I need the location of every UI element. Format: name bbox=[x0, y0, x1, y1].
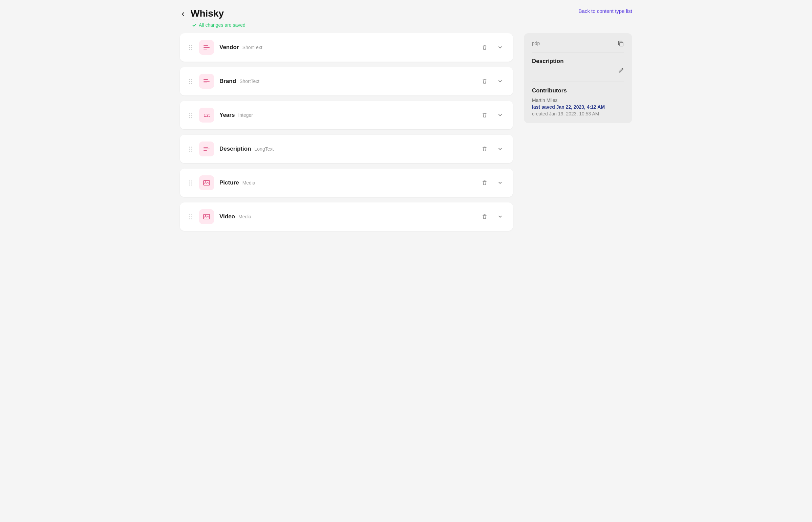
field-info: Vendor ShortText bbox=[219, 44, 474, 51]
field-card: Picture Media bbox=[180, 168, 513, 197]
field-card: Brand ShortText bbox=[180, 67, 513, 96]
field-info: Picture Media bbox=[219, 179, 474, 186]
sidebar: pdp Description bbox=[524, 33, 632, 231]
saved-text: All changes are saved bbox=[199, 22, 245, 28]
field-type: ShortText bbox=[239, 79, 259, 84]
field-card: Video Media bbox=[180, 202, 513, 231]
expand-field-button[interactable] bbox=[495, 43, 505, 52]
field-icon bbox=[199, 74, 214, 89]
field-type: Media bbox=[238, 214, 251, 219]
edit-description-button[interactable] bbox=[618, 67, 624, 74]
top-left: Whisky All changes are saved bbox=[180, 8, 245, 28]
description-label: Description bbox=[532, 58, 624, 65]
field-info: Video Media bbox=[219, 213, 474, 220]
checkmark-icon bbox=[192, 23, 197, 27]
field-icon bbox=[199, 209, 214, 224]
field-card: 123 Years Integer bbox=[180, 101, 513, 129]
field-type: LongText bbox=[255, 146, 274, 152]
field-type: Integer bbox=[238, 113, 253, 118]
divider-1 bbox=[532, 52, 624, 53]
drag-handle[interactable] bbox=[188, 213, 194, 221]
last-saved: last saved Jan 22, 2023, 4:12 AM bbox=[532, 104, 624, 110]
drag-handle[interactable] bbox=[188, 78, 194, 85]
svg-rect-5 bbox=[620, 42, 623, 46]
field-name: Description bbox=[219, 145, 251, 152]
svg-point-2 bbox=[205, 181, 206, 182]
delete-field-button[interactable] bbox=[479, 143, 490, 154]
drag-handle[interactable] bbox=[188, 112, 194, 119]
divider-2 bbox=[532, 82, 624, 82]
top-bar: Whisky All changes are saved Back to con… bbox=[180, 8, 632, 28]
sidebar-header: pdp bbox=[532, 40, 624, 47]
description-section: Description bbox=[532, 58, 624, 74]
created-date: created Jan 19, 2023, 10:53 AM bbox=[532, 111, 624, 117]
drag-handle[interactable] bbox=[188, 145, 194, 153]
field-actions bbox=[479, 211, 505, 222]
delete-field-button[interactable] bbox=[479, 211, 490, 222]
copy-button[interactable] bbox=[617, 40, 624, 47]
drag-handle[interactable] bbox=[188, 44, 194, 52]
svg-text:123: 123 bbox=[203, 113, 210, 118]
contributor-name: Martin Miles bbox=[532, 98, 624, 103]
main-content: Vendor ShortText bbox=[180, 33, 632, 231]
expand-field-button[interactable] bbox=[495, 178, 505, 187]
saved-indicator: All changes are saved bbox=[192, 22, 245, 28]
field-actions bbox=[479, 42, 505, 53]
field-card: Description LongText bbox=[180, 135, 513, 163]
field-icon bbox=[199, 175, 214, 190]
delete-field-button[interactable] bbox=[479, 42, 490, 53]
field-name: Years bbox=[219, 112, 235, 119]
field-name: Video bbox=[219, 213, 235, 220]
field-type: Media bbox=[242, 180, 255, 185]
expand-field-button[interactable] bbox=[495, 77, 505, 86]
expand-field-button[interactable] bbox=[495, 144, 505, 154]
svg-point-4 bbox=[205, 215, 206, 216]
expand-field-button[interactable] bbox=[495, 111, 505, 120]
field-name: Picture bbox=[219, 179, 239, 186]
field-info: Years Integer bbox=[219, 112, 474, 119]
field-icon bbox=[199, 141, 214, 156]
back-to-list-link[interactable]: Back to content type list bbox=[579, 8, 632, 14]
delete-field-button[interactable] bbox=[479, 177, 490, 188]
sidebar-panel: pdp Description bbox=[524, 33, 632, 123]
field-icon bbox=[199, 40, 214, 55]
field-info: Brand ShortText bbox=[219, 78, 474, 85]
contributors-section: Contributors Martin Miles last saved Jan… bbox=[532, 87, 624, 117]
fields-list: Vendor ShortText bbox=[180, 33, 513, 231]
back-arrow-button[interactable] bbox=[180, 11, 186, 18]
delete-field-button[interactable] bbox=[479, 76, 490, 87]
title-row: Whisky bbox=[180, 8, 245, 20]
field-actions bbox=[479, 76, 505, 87]
field-name: Vendor bbox=[219, 44, 239, 51]
field-icon: 123 bbox=[199, 108, 214, 123]
page-title: Whisky bbox=[191, 8, 224, 20]
field-actions bbox=[479, 143, 505, 154]
api-id-label: pdp bbox=[532, 41, 540, 46]
field-actions bbox=[479, 177, 505, 188]
description-edit-row bbox=[532, 67, 624, 74]
drag-handle[interactable] bbox=[188, 179, 194, 187]
field-name: Brand bbox=[219, 78, 236, 85]
field-info: Description LongText bbox=[219, 145, 474, 152]
field-card: Vendor ShortText bbox=[180, 33, 513, 62]
delete-field-button[interactable] bbox=[479, 110, 490, 121]
contributors-label: Contributors bbox=[532, 87, 624, 94]
expand-field-button[interactable] bbox=[495, 212, 505, 221]
field-type: ShortText bbox=[242, 45, 262, 50]
field-actions bbox=[479, 110, 505, 121]
